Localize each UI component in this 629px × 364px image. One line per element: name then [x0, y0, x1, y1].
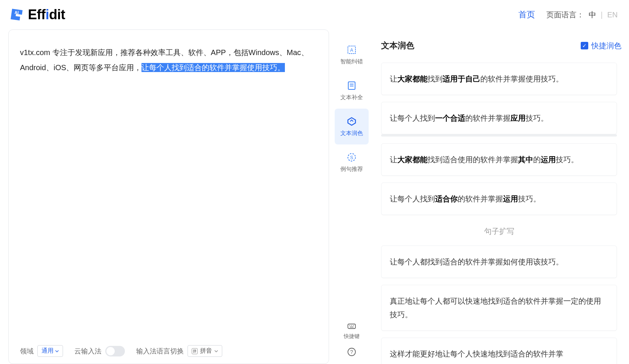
result-item[interactable]: 让大家都能找到适合使用的软件并掌握其中的运用技巧。 [381, 143, 617, 176]
quick-polish-toggle[interactable]: ✓ 快捷润色 [581, 41, 621, 51]
domain-label: 领域 [20, 347, 34, 356]
sidebar: A 智能纠错 文本补全 文本润色 S 例句推荐 快捷键 [333, 29, 371, 364]
cloud-ime-toggle[interactable] [105, 346, 125, 356]
cloud-ime-label: 云输入法 [74, 347, 102, 356]
result-item[interactable]: 真正地让每个人都可以快速地找到适合的软件并掌握一定的使用技巧。 [381, 285, 617, 331]
sidebar-item-label: 文本补全 [340, 94, 363, 101]
ime-switch-label: 输入法语言切换 [136, 347, 184, 356]
editor-content[interactable]: v1tx.com 专注于发现新应用，推荐各种效率工具、软件、APP，包括Wind… [9, 30, 329, 338]
polish-icon [346, 116, 357, 127]
results-title: 文本润色 [381, 40, 414, 51]
sidebar-item-label: 例句推荐 [340, 166, 363, 173]
result-item[interactable]: 让每个人找到适合你的软件并掌握运用技巧。 [381, 183, 617, 215]
sidebar-item-polish[interactable]: 文本润色 [335, 109, 369, 144]
cloud-ime-control: 云输入法 [74, 346, 125, 356]
checkbox-icon: ✓ [581, 42, 588, 49]
result-gap [381, 134, 617, 137]
svg-text:S: S [350, 155, 353, 160]
svg-point-9 [349, 325, 350, 326]
lang-divider: | [601, 11, 603, 19]
header: AI Effidit 首页 页面语言： 中 | EN [0, 0, 629, 29]
nav-home[interactable]: 首页 [518, 9, 535, 20]
pinyin-button[interactable]: 拼 拼音 [188, 345, 222, 357]
help-button[interactable]: ? [347, 347, 356, 356]
results-panel: 文本润色 ✓ 快捷润色 让大家都能找到适用于自己的软件并掌握使用技巧。 让每个人… [371, 29, 629, 364]
svg-point-10 [351, 325, 352, 326]
chevron-down-icon [55, 349, 59, 353]
language-switch: 页面语言： 中 | EN [546, 10, 618, 20]
editor-panel: v1tx.com 专注于发现新应用，推荐各种效率工具、软件、APP，包括Wind… [8, 29, 329, 364]
shortcut-button[interactable]: 快捷键 [344, 322, 360, 340]
editor-selection: 让每个人找到适合的软件并掌握使用技巧。 [141, 63, 285, 72]
svg-text:A: A [350, 48, 353, 53]
result-item[interactable]: 让大家都能找到适用于自己的软件并掌握使用技巧。 [381, 63, 617, 95]
logo-text: Effidit [28, 7, 65, 23]
main: v1tx.com 专注于发现新应用，推荐各种效率工具、软件、APP，包括Wind… [0, 29, 629, 364]
sidebar-item-correction[interactable]: A 智能纠错 [335, 37, 369, 73]
header-right: 首页 页面语言： 中 | EN [518, 9, 618, 20]
result-item[interactable]: 让每个人找到一个合适的软件并掌握应用技巧。 [381, 102, 617, 134]
logo-icon: AI [8, 6, 25, 23]
sidebar-item-recommend[interactable]: S 例句推荐 [335, 144, 369, 180]
lang-zh[interactable]: 中 [589, 10, 596, 20]
correction-icon: A [346, 45, 357, 55]
ime-switch-control: 输入法语言切换 拼 拼音 [136, 345, 222, 357]
domain-dropdown[interactable]: 通用 [37, 345, 63, 357]
results-list[interactable]: 让大家都能找到适用于自己的软件并掌握使用技巧。 让每个人找到一个合适的软件并掌握… [381, 63, 621, 364]
svg-point-11 [353, 325, 354, 326]
sidebar-item-completion[interactable]: 文本补全 [335, 73, 369, 109]
section-expand-label: 句子扩写 [381, 222, 617, 246]
result-item[interactable]: 让每个人都找到适合的软件并掌握如何使用该技巧。 [381, 246, 617, 278]
chevron-down-icon [214, 349, 218, 353]
svg-text:?: ? [350, 349, 353, 355]
recommend-icon: S [346, 152, 357, 163]
sidebar-bottom: 快捷键 ? [344, 322, 360, 364]
result-item[interactable]: 这样才能更好地让每个人快速地找到适合的软件并掌 [381, 338, 617, 364]
editor-footer: 领域 通用 云输入法 输入法语言切换 拼 拼音 [9, 338, 329, 364]
sidebar-item-label: 文本润色 [340, 130, 363, 137]
lang-label: 页面语言： [546, 10, 584, 20]
domain-control: 领域 通用 [20, 345, 63, 357]
lang-en[interactable]: EN [607, 11, 618, 19]
logo[interactable]: AI Effidit [8, 6, 65, 23]
svg-rect-8 [348, 324, 355, 329]
keyboard-icon [347, 322, 356, 331]
svg-text:AI: AI [15, 10, 19, 15]
help-icon: ? [347, 347, 356, 356]
results-header: 文本润色 ✓ 快捷润色 [381, 40, 621, 51]
sidebar-item-label: 智能纠错 [340, 58, 363, 65]
pinyin-icon: 拼 [192, 348, 198, 354]
completion-icon [346, 80, 357, 91]
